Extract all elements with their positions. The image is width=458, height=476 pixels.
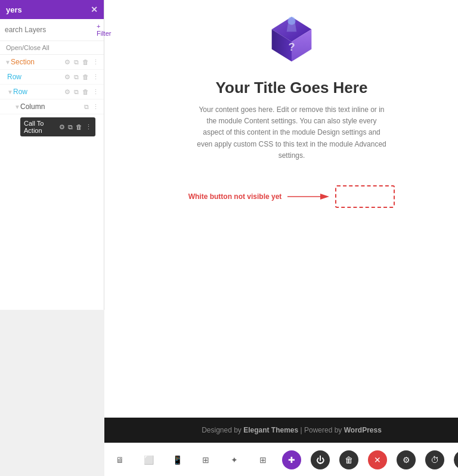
note-text: White button not visible yet bbox=[188, 192, 282, 202]
layer-item-row1[interactable]: Row ⚙ ⧉ 🗑 ⋮ bbox=[0, 70, 104, 85]
section-label: Section bbox=[11, 58, 63, 66]
cta-row-wrapper: Call To Action ⚙ ⧉ 🗑 ⋮ bbox=[0, 114, 104, 139]
cta-more-icon[interactable]: ⋮ bbox=[85, 123, 92, 131]
svg-text:?: ? bbox=[288, 41, 295, 53]
layers-filter-button[interactable]: + Filter bbox=[97, 23, 111, 37]
section-icons: ⚙ ⧉ 🗑 ⋮ bbox=[63, 58, 99, 66]
row1-label: Row bbox=[7, 73, 63, 81]
row1-delete-icon[interactable]: 🗑 bbox=[82, 73, 89, 80]
toolbar-device-tablet-icon[interactable]: ⬜ bbox=[139, 450, 158, 469]
row2-delete-icon[interactable]: 🗑 bbox=[82, 88, 89, 95]
section-toggle-icon[interactable]: ▼ bbox=[5, 59, 11, 66]
arrow-icon bbox=[287, 191, 329, 203]
toolbar-move-icon[interactable]: ✦ bbox=[225, 450, 244, 469]
row2-icons: ⚙ ⧉ 🗑 ⋮ bbox=[63, 88, 99, 96]
layers-header: yers ✕ bbox=[0, 0, 104, 19]
column-more-icon[interactable]: ⋮ bbox=[92, 103, 99, 111]
layer-item-column[interactable]: ▼ Column ⧉ ⋮ bbox=[0, 99, 104, 114]
section-more-icon[interactable]: ⋮ bbox=[92, 58, 99, 66]
toolbar-close-icon[interactable]: ✕ bbox=[368, 450, 387, 469]
column-icons: ⧉ ⋮ bbox=[83, 103, 99, 111]
row2-toggle-icon[interactable]: ▼ bbox=[7, 89, 13, 95]
layers-panel: yers ✕ + Filter Open/Close All ▼ Section… bbox=[0, 0, 104, 310]
canvas-title: Your Title Goes Here bbox=[216, 79, 368, 97]
svg-marker-7 bbox=[320, 194, 329, 200]
footer-bar: Designed by Elegant Themes | Powered by … bbox=[104, 418, 458, 443]
note-label: White button not visible yet bbox=[188, 192, 282, 201]
toolbar-history-icon[interactable]: ⏱ bbox=[425, 450, 444, 469]
column-label: Column bbox=[20, 102, 83, 111]
bottom-toolbar: 🖥 ⬜ 📱 ⊞ ✦ ⊞ ✚ ⏻ 🗑 ✕ ⚙ ⏱ ≡ bbox=[104, 443, 458, 476]
row1-more-icon[interactable]: ⋮ bbox=[92, 73, 99, 81]
cta-copy-icon[interactable]: ⧉ bbox=[68, 123, 73, 131]
cta-icons: ⚙ ⧉ 🗑 ⋮ bbox=[59, 123, 92, 131]
layers-search-row: + Filter bbox=[0, 19, 104, 41]
hero-image: ? bbox=[262, 12, 321, 71]
cta-label: Call To Action bbox=[24, 120, 59, 134]
layers-close-icon[interactable]: ✕ bbox=[91, 5, 98, 14]
canvas-content: ? Your Title Goes Here Your content goes… bbox=[104, 0, 458, 418]
toolbar-delete-icon[interactable]: 🗑 bbox=[339, 450, 358, 469]
toolbar-power-icon[interactable]: ⏻ bbox=[311, 450, 330, 469]
canvas-body: Your content goes here. Edit or remove t… bbox=[196, 104, 387, 161]
toolbar-settings-icon[interactable]: ⚙ bbox=[397, 450, 416, 469]
cta-settings-icon[interactable]: ⚙ bbox=[59, 123, 65, 131]
cta-delete-icon[interactable]: 🗑 bbox=[76, 123, 82, 131]
svg-point-5 bbox=[287, 17, 295, 24]
row1-settings-icon[interactable]: ⚙ bbox=[64, 73, 70, 81]
row2-more-icon[interactable]: ⋮ bbox=[92, 88, 99, 96]
toolbar-device-desktop-icon[interactable]: 🖥 bbox=[110, 450, 129, 469]
layers-search-input[interactable] bbox=[5, 26, 94, 34]
dashed-button-placeholder bbox=[335, 185, 395, 208]
toolbar-device-mobile-icon[interactable]: 📱 bbox=[168, 450, 187, 469]
section-settings-icon[interactable]: ⚙ bbox=[64, 58, 70, 66]
row2-settings-icon[interactable]: ⚙ bbox=[64, 88, 70, 96]
row1-icons: ⚙ ⧉ 🗑 ⋮ bbox=[63, 73, 99, 81]
footer-text: Designed by Elegant Themes | Powered by … bbox=[202, 426, 382, 434]
column-toggle-icon[interactable]: ▼ bbox=[14, 104, 20, 110]
layer-item-section[interactable]: ▼ Section ⚙ ⧉ 🗑 ⋮ bbox=[0, 55, 104, 70]
layer-item-row2[interactable]: ▼ Row ⚙ ⧉ 🗑 ⋮ bbox=[0, 85, 104, 99]
toolbar-grid-icon[interactable]: ⊞ bbox=[196, 450, 215, 469]
row2-label: Row bbox=[13, 88, 63, 96]
row1-copy-icon[interactable]: ⧉ bbox=[74, 73, 79, 81]
section-delete-icon[interactable]: 🗑 bbox=[82, 58, 89, 66]
cta-row[interactable]: Call To Action ⚙ ⧉ 🗑 ⋮ bbox=[20, 117, 95, 136]
column-copy-icon[interactable]: ⧉ bbox=[84, 103, 89, 111]
toolbar-list-icon[interactable]: ⊞ bbox=[253, 450, 273, 469]
layers-open-close[interactable]: Open/Close All bbox=[0, 41, 104, 55]
white-button-note-area: White button not visible yet bbox=[188, 185, 395, 208]
toolbar-menu-icon[interactable]: ≡ bbox=[454, 450, 458, 469]
layers-title: yers bbox=[6, 5, 22, 14]
main-canvas: ? Your Title Goes Here Your content goes… bbox=[104, 0, 458, 476]
toolbar-add-icon[interactable]: ✚ bbox=[282, 450, 301, 469]
row2-copy-icon[interactable]: ⧉ bbox=[74, 88, 79, 96]
section-copy-icon[interactable]: ⧉ bbox=[74, 58, 79, 66]
